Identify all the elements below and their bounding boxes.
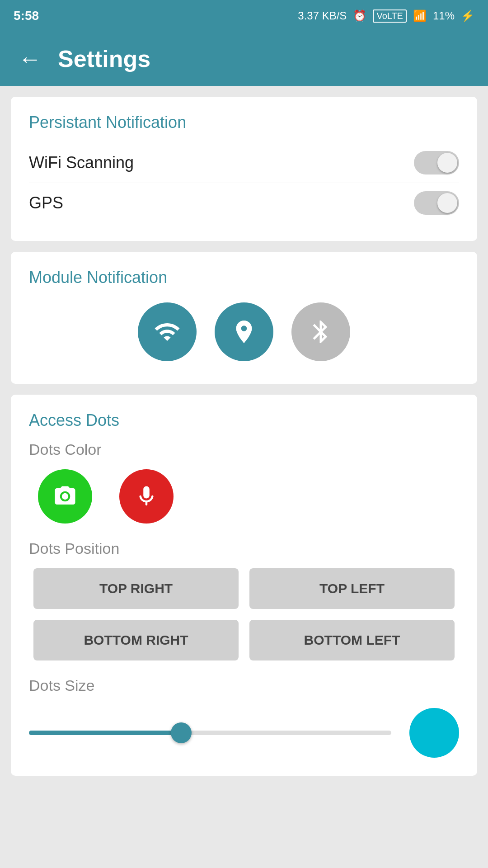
slider-container[interactable] [29,731,391,735]
bluetooth-icon [307,318,334,345]
toggle-knob [437,193,457,213]
access-dots-card: Access Dots Dots Color [11,395,477,776]
app-bar: ← Settings [0,32,488,86]
camera-icon [53,484,77,509]
access-dots-title: Access Dots [29,411,459,430]
dots-position-label: Dots Position [29,540,459,557]
battery-icon: ⚡ [461,9,474,22]
position-bottom-left[interactable]: BOTTOM LEFT [249,620,455,660]
size-preview-dot [409,708,459,758]
position-grid: TOP RIGHT TOP LEFT BOTTOM RIGHT BOTTOM L… [29,568,459,660]
slider-row [29,708,459,758]
slider-thumb[interactable] [171,722,192,743]
dots-size-section: Dots Size [29,677,459,758]
dots-color-row [29,469,459,524]
gps-toggle[interactable] [414,191,459,215]
network-icon: 📶 [413,9,427,22]
status-time: 5:58 [14,9,39,23]
location-icon [230,318,258,345]
module-notification-title: Module Notification [29,268,459,287]
wifi-icon [154,318,181,345]
wifi-scanning-row: WiFi Scanning [29,143,459,183]
module-location-button[interactable] [215,302,273,361]
toggle-knob [437,153,457,173]
gps-row: GPS [29,183,459,223]
module-icons-row [29,298,459,366]
alarm-icon: ⏰ [353,9,366,22]
status-bar: 5:58 3.37 KB/S ⏰ VoLTE 📶 11% ⚡ [0,0,488,32]
dots-color-label: Dots Color [29,441,459,458]
slider-fill [29,731,181,735]
dots-color-section: Dots Color [29,441,459,524]
module-bluetooth-button[interactable] [291,302,350,361]
mic-color-dot[interactable] [119,469,174,524]
battery-level: 11% [433,9,455,22]
gps-label: GPS [29,193,63,212]
position-top-left[interactable]: TOP LEFT [249,568,455,609]
settings-content: Persistant Notification WiFi Scanning GP… [0,86,488,787]
wifi-scanning-toggle[interactable] [414,151,459,175]
module-wifi-button[interactable] [138,302,197,361]
mic-icon [134,484,159,509]
dots-size-label: Dots Size [29,677,459,694]
position-bottom-right[interactable]: BOTTOM RIGHT [33,620,239,660]
volte-badge: VoLTE [373,9,407,23]
status-icons: 3.37 KB/S ⏰ VoLTE 📶 11% ⚡ [298,9,474,23]
camera-color-dot[interactable] [38,469,92,524]
network-speed: 3.37 KB/S [298,9,347,22]
dots-position-section: Dots Position TOP RIGHT TOP LEFT BOTTOM … [29,540,459,660]
wifi-scanning-label: WiFi Scanning [29,153,134,172]
module-notification-card: Module Notification [11,252,477,384]
slider-track [29,731,391,735]
back-button[interactable]: ← [18,45,42,72]
position-top-right[interactable]: TOP RIGHT [33,568,239,609]
page-title: Settings [58,45,150,72]
persistent-notification-card: Persistant Notification WiFi Scanning GP… [11,97,477,241]
persistent-notification-title: Persistant Notification [29,113,459,132]
